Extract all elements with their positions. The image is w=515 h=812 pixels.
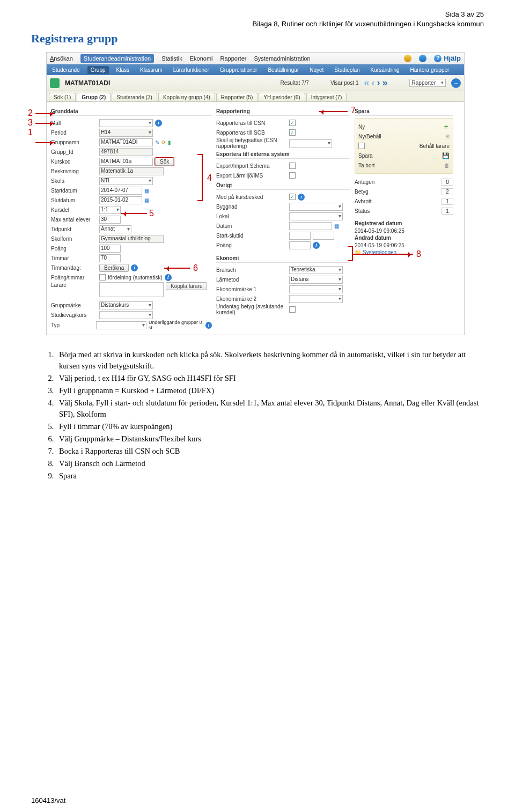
larare-input[interactable] bbox=[99, 282, 164, 297]
info-icon[interactable]: i bbox=[313, 242, 320, 249]
sluttid-input[interactable] bbox=[313, 232, 334, 240]
kurskod-input[interactable]: MATMAT01a bbox=[99, 158, 153, 166]
lbl-kurskod: Kurskod bbox=[51, 159, 97, 165]
menu-ekonomi[interactable]: Ekonomi bbox=[190, 55, 213, 62]
poang-mid-input[interactable] bbox=[289, 241, 311, 249]
behall-larare-check[interactable] bbox=[358, 143, 365, 149]
lbl-bransch: Bransch bbox=[216, 267, 287, 273]
timmar-input[interactable]: 70 bbox=[99, 254, 121, 262]
tab-studerande[interactable]: Studerande bbox=[49, 66, 83, 74]
col-right: Spara Ny＋ Ny/Behåll⎘ Behåll lärare Spara… bbox=[355, 106, 453, 330]
larmetod-select[interactable]: Distans bbox=[289, 276, 343, 284]
poang-input[interactable]: 100 bbox=[99, 245, 121, 253]
calendar-icon[interactable]: ▦ bbox=[144, 197, 149, 203]
studievag-select[interactable] bbox=[99, 311, 153, 319]
lbl-ny: Ny bbox=[358, 124, 365, 130]
edit-icon[interactable]: ✎ bbox=[155, 139, 159, 145]
menu-rapporter[interactable]: Rapporter bbox=[220, 55, 247, 62]
ekmark1-select[interactable] bbox=[289, 285, 343, 293]
stats-box: Antagen0 Betyg2 Avbrott1 Status1 bbox=[355, 177, 453, 216]
info-icon[interactable]: i bbox=[165, 274, 172, 281]
first-icon[interactable]: « bbox=[364, 77, 370, 88]
medpa-check[interactable]: ✓ bbox=[289, 194, 296, 200]
undantag-check[interactable] bbox=[289, 306, 296, 313]
icon-globe[interactable] bbox=[419, 55, 426, 62]
subtab-koppla[interactable]: Koppla ny grupp (4) bbox=[158, 93, 215, 101]
lbl-kursdel: Kursdel bbox=[51, 207, 97, 213]
typ-select[interactable] bbox=[96, 321, 146, 329]
gruppmarke-select[interactable]: Distanskurs bbox=[99, 301, 153, 309]
ekmark2-select[interactable] bbox=[289, 295, 343, 303]
next-icon[interactable]: › bbox=[377, 77, 380, 88]
gruppnamn-input[interactable]: MATMAT01ADI bbox=[99, 138, 153, 146]
bransch-select[interactable]: Teoretiska bbox=[289, 266, 343, 274]
go-button[interactable]: → bbox=[451, 78, 461, 88]
subtab-yh[interactable]: YH perioder (6) bbox=[259, 93, 305, 101]
prev-icon[interactable]: ‹ bbox=[372, 77, 375, 88]
starttid-input[interactable] bbox=[289, 232, 311, 240]
icon-books[interactable] bbox=[404, 55, 411, 62]
berakna-button[interactable]: Beräkna bbox=[99, 264, 129, 272]
tab-studieplan[interactable]: Studieplan bbox=[331, 66, 363, 74]
info-icon[interactable]: i bbox=[298, 194, 305, 201]
max-input[interactable]: 30 bbox=[99, 216, 121, 224]
mall-select[interactable] bbox=[99, 119, 153, 127]
info-icon[interactable]: i bbox=[205, 322, 212, 329]
skola-select[interactable]: NTI bbox=[99, 177, 153, 185]
tab-nayet[interactable]: Nayet bbox=[306, 66, 327, 74]
beskrivning-value: Matematik 1a bbox=[99, 167, 164, 175]
subtab-rapporter[interactable]: Rapporter (5) bbox=[216, 93, 258, 101]
spara-box: Ny＋ Ny/Behåll⎘ Behåll lärare Spara💾 Ta b… bbox=[355, 118, 453, 174]
tab-klass[interactable]: Klass bbox=[113, 66, 133, 74]
subtab-sok[interactable]: Sök (1) bbox=[49, 93, 76, 101]
fordelning-check[interactable] bbox=[99, 274, 106, 280]
refresh-icon[interactable]: ⟳ bbox=[161, 139, 166, 145]
sok-button[interactable]: Sök bbox=[155, 158, 174, 166]
page-header: Sida 3 av 25 Bilaga 8, Rutiner och riktl… bbox=[31, 10, 484, 28]
startdatum-input[interactable]: 2014-07-07 bbox=[99, 187, 142, 195]
byggnad-select[interactable] bbox=[289, 203, 343, 211]
tab-hantera-grupper[interactable]: Hantera grupper bbox=[407, 66, 453, 74]
menu-statistik[interactable]: Statistik bbox=[161, 55, 182, 62]
last-icon[interactable]: » bbox=[382, 77, 388, 88]
subtab-grupp[interactable]: Grupp (2) bbox=[77, 93, 111, 101]
calendar-icon[interactable]: ▦ bbox=[334, 223, 339, 229]
info-icon[interactable]: i bbox=[155, 120, 162, 127]
exp-lm-check[interactable] bbox=[289, 172, 296, 179]
skallej-select[interactable] bbox=[289, 139, 332, 147]
plus-icon[interactable]: ＋ bbox=[443, 122, 450, 131]
help-button[interactable]: ?Hjälp bbox=[434, 54, 461, 62]
info-icon[interactable]: i bbox=[131, 264, 138, 271]
doc-icon[interactable]: ▮ bbox=[168, 139, 171, 145]
arrow-7 bbox=[319, 111, 348, 112]
tab-grupp[interactable]: Grupp bbox=[87, 66, 109, 74]
menu-sysadmin[interactable]: Systemadministration bbox=[254, 55, 310, 62]
copy-icon[interactable]: ⎘ bbox=[446, 134, 450, 139]
lbl-exp-schema: Export/Import Schema bbox=[216, 163, 287, 169]
tidpunkt-select[interactable]: Annat bbox=[99, 225, 131, 233]
slutdatum-input[interactable]: 2015-01-02 bbox=[99, 196, 142, 204]
kursdel-select[interactable]: 1:1 bbox=[99, 206, 121, 214]
koppla-larare-button[interactable]: Koppla lärare bbox=[166, 282, 207, 290]
menu-studerandeadmin[interactable]: Studerandeadministration bbox=[80, 54, 154, 63]
period-select[interactable]: H14 bbox=[99, 129, 153, 137]
exp-schema-check[interactable] bbox=[289, 163, 296, 169]
csn-check[interactable]: ✓ bbox=[289, 120, 296, 126]
calendar-icon[interactable]: ▦ bbox=[144, 188, 149, 194]
subtab-studerande[interactable]: Studerande (3) bbox=[112, 93, 157, 101]
delete-icon[interactable]: 🗑 bbox=[444, 163, 450, 168]
scb-check[interactable]: ✓ bbox=[289, 129, 296, 136]
lbl-skola: Skola bbox=[51, 178, 97, 184]
lokal-select[interactable] bbox=[289, 212, 343, 220]
datum-input[interactable] bbox=[289, 222, 332, 230]
tab-bestallningar[interactable]: Beställningar bbox=[264, 66, 302, 74]
tab-lararfunktioner[interactable]: Lärarfunktioner bbox=[170, 66, 212, 74]
save-icon[interactable]: 💾 bbox=[442, 152, 450, 159]
report-select[interactable]: Rapporter bbox=[409, 79, 446, 87]
subtab-intyg[interactable]: Intygstext (7) bbox=[306, 93, 347, 101]
menu-ansokan[interactable]: Ansökan bbox=[50, 55, 73, 62]
tab-kursandring[interactable]: Kursändring bbox=[367, 66, 403, 74]
tab-grupprelationer[interactable]: Grupprelationer bbox=[217, 66, 260, 74]
tab-klassrum[interactable]: Klassrum bbox=[137, 66, 166, 74]
lbl-andr: Ändrad datum bbox=[355, 235, 391, 241]
